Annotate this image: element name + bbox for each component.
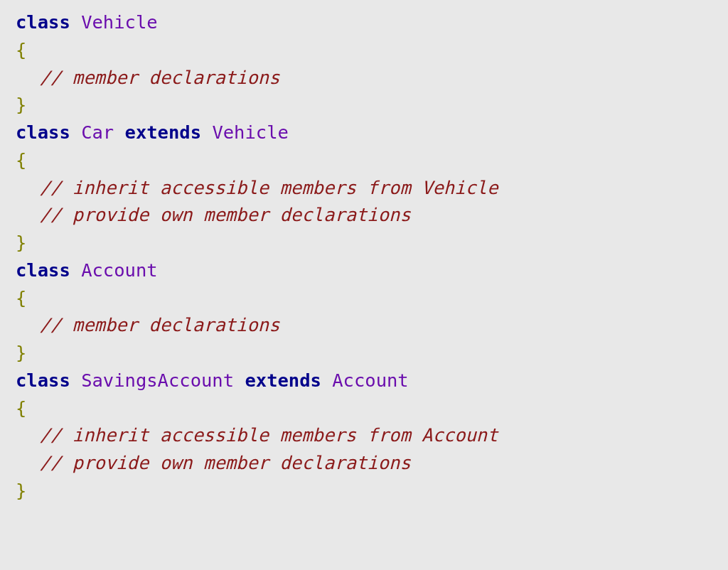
code-line: // provide own member declarations: [16, 449, 712, 477]
code-line: // member declarations: [16, 311, 712, 339]
code-line: class SavingsAccount extends Account: [16, 367, 712, 394]
token-text: [234, 370, 245, 391]
token-kw: class: [16, 11, 70, 33]
token-brace: }: [16, 232, 26, 253]
token-kw: extends: [245, 370, 321, 391]
token-type: SavingsAccount: [81, 370, 234, 391]
code-line: class Vehicle: [16, 9, 712, 36]
token-type: Vehicle: [81, 11, 157, 33]
code-block: class Vehicle{// member declarations}cla…: [16, 9, 712, 505]
token-brace: }: [16, 480, 26, 501]
token-brace: {: [16, 149, 26, 171]
code-line: // member declarations: [16, 64, 712, 92]
token-type: Vehicle: [212, 122, 288, 143]
code-line: {: [16, 36, 712, 64]
token-comment: // provide own member declarations: [40, 452, 411, 473]
token-kw: class: [16, 122, 70, 143]
token-brace: {: [16, 39, 26, 60]
code-line: {: [16, 146, 712, 174]
token-comment: // inherit accessible members from Vehic…: [40, 177, 498, 198]
token-kw: class: [16, 370, 70, 391]
token-text: [114, 122, 124, 143]
code-line: }: [16, 91, 712, 119]
code-line: {: [16, 284, 712, 312]
token-brace: }: [16, 342, 26, 363]
token-kw: extends: [125, 122, 201, 143]
token-text: [321, 370, 332, 391]
code-line: // provide own member declarations: [16, 201, 712, 229]
token-type: Account: [332, 370, 408, 391]
token-brace: {: [16, 287, 26, 308]
token-type: Account: [81, 259, 157, 281]
code-line: }: [16, 339, 712, 367]
token-text: [70, 259, 81, 281]
code-line: }: [16, 229, 712, 257]
token-type: Car: [81, 122, 114, 143]
token-text: [70, 11, 81, 33]
code-line: // inherit accessible members from Vehic…: [16, 174, 712, 202]
token-brace: {: [16, 397, 26, 419]
token-comment: // inherit accessible members from Accou…: [40, 424, 498, 446]
token-comment: // member declarations: [40, 314, 280, 335]
code-line: }: [16, 477, 712, 505]
code-line: class Account: [16, 257, 712, 284]
code-line: {: [16, 394, 712, 422]
token-brace: }: [16, 94, 26, 115]
code-line: // inherit accessible members from Accou…: [16, 421, 712, 449]
token-text: [201, 122, 212, 143]
token-text: [70, 122, 81, 143]
token-kw: class: [16, 259, 70, 281]
token-comment: // provide own member declarations: [40, 204, 411, 225]
token-text: [70, 370, 81, 391]
code-line: class Car extends Vehicle: [16, 119, 712, 146]
token-comment: // member declarations: [40, 67, 280, 88]
